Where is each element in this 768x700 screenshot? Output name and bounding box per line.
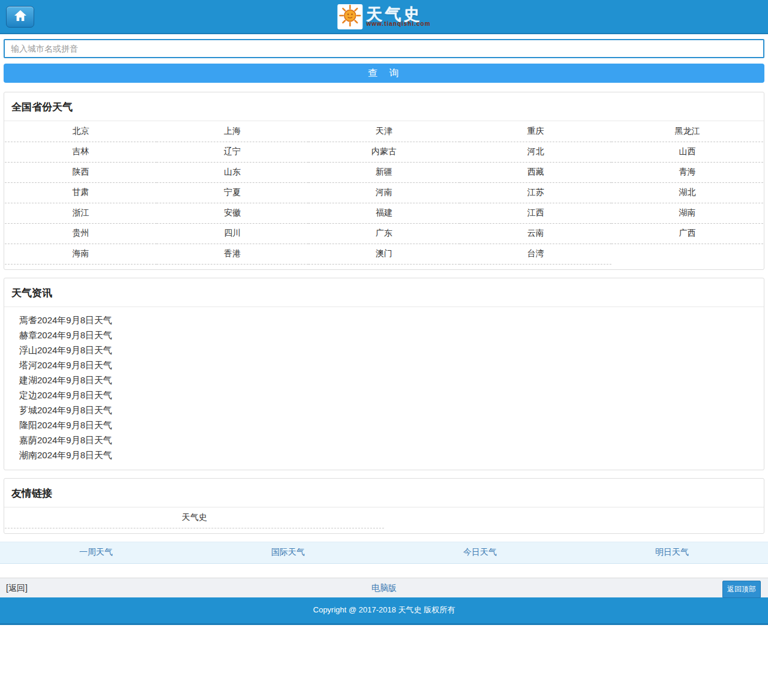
province-link[interactable]: 西藏 [460, 163, 611, 183]
news-link[interactable]: 建湖2024年9月8日天气 [4, 372, 764, 387]
province-link[interactable]: 广西 [611, 224, 763, 244]
page: 天气史 www.tianqishi.com 查 询 全国省份天气 北京上海天津重… [0, 0, 768, 625]
news-panel: 天气资讯 焉耆2024年9月8日天气赫章2024年9月8日天气浮山2024年9月… [4, 278, 764, 470]
province-link[interactable]: 辽宁 [157, 142, 308, 163]
province-link[interactable]: 四川 [157, 224, 308, 244]
copyright-bar: Copyright @ 2017-2018 天气史 版权所有 [0, 597, 768, 625]
province-link[interactable]: 上海 [157, 122, 308, 142]
news-panel-title: 天气资讯 [4, 278, 764, 307]
provinces-grid: 北京上海天津重庆黑龙江吉林辽宁内蒙古河北山西陕西山东新疆西藏青海甘肃宁夏河南江苏… [4, 121, 764, 269]
news-link[interactable]: 潮南2024年9月8日天气 [4, 447, 764, 462]
utility-bar: [返回] 电脑版 返回顶部 [0, 578, 768, 597]
footer-nav-link[interactable]: 今日天气 [384, 542, 576, 563]
news-link[interactable]: 嘉荫2024年9月8日天气 [4, 432, 764, 447]
friend-links-panel: 友情链接 天气史 [4, 478, 764, 534]
header: 天气史 www.tianqishi.com [0, 0, 768, 34]
province-link[interactable]: 海南 [5, 244, 157, 265]
province-link[interactable]: 澳门 [308, 244, 460, 265]
news-link[interactable]: 隆阳2024年9月8日天气 [4, 417, 764, 432]
province-link[interactable]: 山东 [157, 163, 308, 183]
provinces-panel: 全国省份天气 北京上海天津重庆黑龙江吉林辽宁内蒙古河北山西陕西山东新疆西藏青海甘… [4, 92, 764, 270]
province-link[interactable]: 贵州 [5, 224, 157, 244]
province-link[interactable]: 北京 [5, 122, 157, 142]
province-link[interactable]: 浙江 [5, 203, 157, 224]
province-link[interactable]: 福建 [308, 203, 460, 224]
province-link[interactable]: 河南 [308, 183, 460, 203]
news-link[interactable]: 芗城2024年9月8日天气 [4, 402, 764, 417]
sun-icon [338, 4, 361, 29]
friend-links-grid: 天气史 [4, 507, 764, 533]
friend-link[interactable]: 天气史 [5, 508, 384, 528]
sun-logo-box [337, 4, 362, 29]
province-link[interactable]: 内蒙古 [308, 142, 460, 163]
home-icon [14, 10, 27, 24]
home-button[interactable] [6, 6, 34, 28]
province-link[interactable]: 黑龙江 [611, 122, 763, 142]
city-search-input[interactable] [4, 39, 764, 58]
search-button[interactable]: 查 询 [4, 64, 764, 83]
province-link[interactable]: 青海 [611, 163, 763, 183]
province-link[interactable]: 香港 [157, 244, 308, 265]
news-link[interactable]: 赫章2024年9月8日天气 [4, 328, 764, 343]
back-to-top-button[interactable]: 返回顶部 [722, 581, 761, 598]
province-link[interactable]: 广东 [308, 224, 460, 244]
provinces-panel-title: 全国省份天气 [4, 92, 764, 121]
news-link[interactable]: 焉耆2024年9月8日天气 [4, 313, 764, 328]
pc-version-link[interactable]: 电脑版 [0, 578, 768, 598]
province-link[interactable]: 陕西 [5, 163, 157, 183]
province-link[interactable]: 台湾 [460, 244, 611, 265]
province-link[interactable]: 河北 [460, 142, 611, 163]
friend-links-panel-title: 友情链接 [4, 479, 764, 507]
province-link[interactable]: 宁夏 [157, 183, 308, 203]
province-link[interactable]: 山西 [611, 142, 763, 163]
province-link[interactable]: 重庆 [460, 122, 611, 142]
province-link[interactable]: 江西 [460, 203, 611, 224]
province-link[interactable]: 吉林 [5, 142, 157, 163]
province-link[interactable]: 安徽 [157, 203, 308, 224]
province-link[interactable]: 云南 [460, 224, 611, 244]
news-link[interactable]: 浮山2024年9月8日天气 [4, 343, 764, 357]
logo-text: 天气史 www.tianqishi.com [366, 7, 430, 27]
news-link[interactable]: 定边2024年9月8日天气 [4, 387, 764, 402]
province-link[interactable]: 江苏 [460, 183, 611, 203]
back-link[interactable]: [返回] [6, 578, 28, 598]
province-link[interactable]: 甘肃 [5, 183, 157, 203]
footer-nav-link[interactable]: 国际天气 [192, 542, 384, 563]
province-link[interactable]: 天津 [308, 122, 460, 142]
province-link[interactable]: 新疆 [308, 163, 460, 183]
site-logo[interactable]: 天气史 www.tianqishi.com [337, 4, 430, 29]
footer-nav-link[interactable]: 明日天气 [576, 542, 768, 563]
news-link[interactable]: 塔河2024年9月8日天气 [4, 357, 764, 372]
footer-nav-link[interactable]: 一周天气 [0, 542, 192, 563]
province-link[interactable]: 湖南 [611, 203, 763, 224]
province-link[interactable]: 湖北 [611, 183, 763, 203]
footer-nav: 一周天气国际天气今日天气明日天气 [0, 542, 768, 564]
logo-url: www.tianqishi.com [366, 21, 430, 27]
news-list: 焉耆2024年9月8日天气赫章2024年9月8日天气浮山2024年9月8日天气塔… [4, 307, 764, 470]
